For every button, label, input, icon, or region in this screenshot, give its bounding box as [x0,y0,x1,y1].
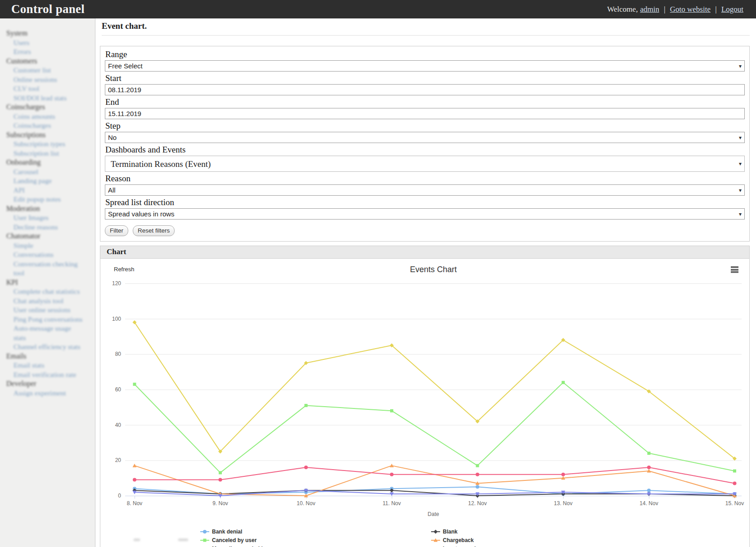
sidebar-section-onboarding: Onboarding [0,158,95,167]
sidebar-item-complete-chat-statistics[interactable]: Complete chat statistics [0,287,95,296]
series-marker-bank-denial [476,485,479,489]
x-axis-tick-label: 9. Nov [212,500,228,507]
series-marker-bank-denial [647,489,651,492]
end-date-input[interactable] [105,108,745,119]
series-total [133,320,737,461]
step-select[interactable]: No [105,132,745,143]
sidebar-nav: SystemUsersErrorsCustomersCustomer listO… [0,29,95,398]
sidebar-item-coins-amounts[interactable]: Coins amounts [0,112,95,121]
page-title: Event chart. [102,21,750,36]
y-axis-tick-label: 80 [115,351,122,357]
sidebar-item-users[interactable]: Users [0,38,95,48]
range-select[interactable]: Free Select [105,60,745,72]
sidebar-item-carousel[interactable]: Carousel [0,167,95,177]
step-select-wrap: No [105,132,745,143]
burger-bar [731,271,738,273]
sidebar-section-chatomator: Chatomator [0,232,95,241]
spread-direction-select[interactable]: Spread values in rows [105,208,745,220]
top-header-bar: Control panel Welcome,admin | Goto websi… [0,0,756,18]
sidebar-item-assign-experiment[interactable]: Assign experiment [0,389,95,398]
logout-link[interactable]: Logout [721,5,743,13]
sidebar-item-subscription-types[interactable]: Subscription types [0,139,95,149]
series-chargeback [133,464,737,498]
legend-marker-blank [434,530,438,534]
sidebar-section-subscriptions: Subscriptions [0,130,95,140]
sidebar-item-email-stats[interactable]: Email stats [0,361,95,370]
sidebar-item-chat-analysis-tool[interactable]: Chat analysis tool [0,296,95,306]
header-user-links: Welcome,admin | Goto website | Logout [607,5,743,14]
chart-context-menu-icon[interactable] [731,266,738,274]
series-marker-is-not-recurring [476,473,479,476]
sidebar-item-landing-page[interactable]: Landing page [0,176,95,186]
sidebar-item-user-online-sessions[interactable]: User online sessions [0,305,95,315]
reason-select-wrap: All [105,184,745,196]
main-content: Event chart. Range Free Select Start End… [96,18,756,547]
y-axis-tick-label: 60 [115,386,122,393]
series-marker-canceled-by-user [648,452,651,455]
legend-item-bank-denial[interactable]: Bank denial [200,529,242,535]
sidebar-item-online-sessions[interactable]: Online sessions [0,75,95,85]
series-marker-canceled-by-user [219,471,222,474]
refresh-link[interactable]: Refresh [114,266,135,273]
sidebar-item-channel-efficiency-stats[interactable]: Channel efficiency stats [0,342,95,352]
series-canceled-by-user [133,381,737,475]
y-axis-tick-label: 120 [112,280,121,287]
chart-title: Events Chart [410,265,457,274]
series-marker-canceled-by-user [133,383,136,386]
form-buttons-row: Filter Reset filters [105,225,745,236]
filter-button[interactable]: Filter [105,225,128,236]
sidebar-item-errors[interactable]: Errors [0,47,95,57]
x-axis-tick-label: 14. Nov [639,500,658,507]
reason-select[interactable]: All [105,184,745,196]
series-marker-is-not-recurring [219,478,222,482]
spread-direction-label: Spread list direction [105,197,745,207]
sidebar-item-conversation-checking-tool[interactable]: Conversation checking tool [0,260,95,278]
sidebar-item-ping-pong-conversations[interactable]: Ping Pong conversations [0,315,95,324]
welcome-text: Welcome, [607,5,638,13]
legend-item-blank[interactable]: Blank [431,529,458,535]
burger-bar [731,266,738,268]
sidebar-section-system: System [0,29,95,38]
reason-label: Reason [105,174,745,184]
legend-label: Chargeback [443,537,474,543]
y-axis-tick-label: 100 [112,316,121,322]
series-marker-canceled-by-user [562,381,565,384]
legend-marker-bank-denial [203,530,207,534]
chart-panel: Chart 0204060801001208. Nov9. Nov10. Nov… [100,246,750,547]
x-axis-tick-label: 8. Nov [127,500,143,507]
range-select-wrap: Free Select [105,60,745,72]
sidebar-item-simple[interactable]: Simple [0,241,95,251]
sidebar-item-edit-popup-notes[interactable]: Edit popup notes [0,195,95,204]
sidebar-section-kpi: KPI [0,278,95,287]
sidebar-item-coinscharges[interactable]: Coinscharges [0,121,95,130]
sidebar-item-clv-tool[interactable]: CLV tool [0,84,95,94]
x-axis-tick-label: 15. Nov [725,500,744,507]
sidebar-item-auto-message-usage-stats[interactable]: Auto-message usage stats [0,324,95,342]
sidebar-item-api[interactable]: API [0,186,95,195]
dashboards-events-select[interactable]: Termination Reasons (Event) [105,156,745,172]
x-axis-title: Date [428,511,439,517]
sidebar-item-soi-doi-lead-stats[interactable]: SOI/DOI lead stats [0,94,95,103]
goto-website-link[interactable]: Goto website [670,5,711,13]
sidebar-item-customer-list[interactable]: Customer list [0,66,95,75]
sidebar-section-customers: Customers [0,57,95,66]
reset-filters-button[interactable]: Reset filters [133,225,175,236]
sidebar-item-email-verification-rate[interactable]: Email verification rate [0,370,95,380]
sidebar: SystemUsersErrorsCustomersCustomer listO… [0,18,95,547]
legend-label: Canceled by user [212,537,257,543]
series-blank [133,489,737,498]
start-date-input[interactable] [105,84,745,95]
sidebar-section-developer: Developer [0,379,95,389]
sidebar-section-moderation: Moderation [0,204,95,214]
sidebar-item-user-images[interactable]: User Images [0,213,95,223]
series-marker-is-not-recurring [733,481,737,485]
sidebar-item-conversations[interactable]: Conversations [0,250,95,260]
legend-item-chargeback[interactable]: Chargeback [431,537,474,543]
sidebar-item-decline-reasons[interactable]: Decline reasons [0,223,95,232]
app-title: Control panel [11,2,85,16]
series-marker-canceled-by-user [305,404,308,407]
admin-link[interactable]: admin [640,5,659,13]
legend-item-canceled-by-user[interactable]: Canceled by user [200,537,257,543]
sidebar-item-subscription-list[interactable]: Subscription list [0,149,95,158]
legend-label: Bank denial [212,529,242,535]
